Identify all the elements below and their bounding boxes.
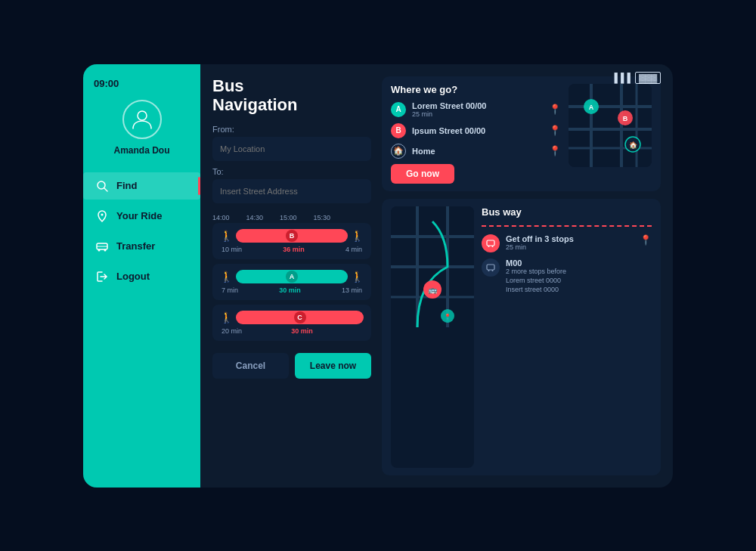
dest-name-b: Ipsum Street 00/00 xyxy=(412,126,543,135)
stop-sub-1: 25 min xyxy=(506,243,574,251)
status-bar: ▐▐▐ ▓▓▓ xyxy=(611,72,661,84)
svg-text:B: B xyxy=(623,115,628,122)
sidebar-logout-label: Logout xyxy=(116,271,150,282)
route-item-b: 🚶 B 🚶 10 min 36 min 4 min xyxy=(212,223,371,259)
busway-right: Bus way Get off in 3 stops 25 min 📍 xyxy=(482,206,652,468)
go-now-button[interactable]: Go now xyxy=(391,164,454,184)
route-dashed-line xyxy=(482,225,652,227)
to-label: To: xyxy=(212,167,371,176)
time-label-1530: 15:30 xyxy=(314,214,331,221)
svg-point-3 xyxy=(101,213,104,215)
stop-info-1: Get off in 3 stops 25 min xyxy=(506,234,574,251)
walk-icon-a-before: 🚶 xyxy=(220,271,233,283)
stop-title-1: Get off in 3 stops xyxy=(506,234,574,243)
pin-icon-a: 📍 xyxy=(549,104,561,115)
from-label: From: xyxy=(212,125,371,134)
sidebar-item-your-ride[interactable]: Your Ride xyxy=(83,203,200,230)
sidebar-nav: Find Your Ride Transfer Logout xyxy=(83,172,200,290)
right-panel: Where we go? A Lorem Street 00/00 25 min… xyxy=(382,76,661,475)
svg-rect-31 xyxy=(487,240,494,246)
leave-now-button[interactable]: Leave now xyxy=(295,353,371,379)
where-panel: Where we go? A Lorem Street 00/00 25 min… xyxy=(382,76,661,191)
walk-icon-a-after: 🚶 xyxy=(351,271,364,283)
sidebar-find-label: Find xyxy=(116,180,137,191)
sidebar-item-transfer[interactable]: Transfer xyxy=(83,233,200,260)
svg-point-32 xyxy=(488,246,490,247)
svg-text:A: A xyxy=(589,104,594,111)
page-title: Bus Navigation xyxy=(212,76,371,115)
avatar xyxy=(122,100,162,139)
route-bar-b: B xyxy=(236,229,348,243)
route-b-after: 4 min xyxy=(345,246,362,253)
time-label-1400: 14:00 xyxy=(212,214,230,221)
bottom-buttons: Cancel Leave now xyxy=(212,353,371,379)
route-item-c: 🚶 C 20 min 30 min xyxy=(212,305,371,341)
to-input[interactable] xyxy=(212,179,371,203)
stop-pin-1: 📍 xyxy=(640,234,652,246)
stop-info-2: M00 2 more stops before Lorem street 000… xyxy=(506,258,566,293)
svg-rect-34 xyxy=(487,265,494,270)
dest-badge-a: A xyxy=(391,102,406,117)
stop-sub-2: 2 more stops before xyxy=(506,268,566,275)
stop-item-2: M00 2 more stops before Lorem street 000… xyxy=(482,258,652,293)
route-badge-a: A xyxy=(286,271,298,283)
where-title: Where we go? xyxy=(391,84,561,95)
sidebar-ride-label: Your Ride xyxy=(116,210,162,221)
dest-text-a: Lorem Street 00/00 25 min xyxy=(412,101,543,118)
mini-map-where: A B 🏠 xyxy=(569,84,652,167)
walk-icon-c-before: 🚶 xyxy=(220,311,233,323)
route-bar-c: C xyxy=(236,311,364,324)
route-badge-b: B xyxy=(286,230,298,242)
svg-text:🏠: 🏠 xyxy=(629,141,638,150)
time-label-1500: 15:00 xyxy=(280,214,297,221)
stop-icon-2 xyxy=(482,258,500,277)
pin-icon-home: 📍 xyxy=(549,145,561,156)
svg-text:📍: 📍 xyxy=(444,313,451,320)
dest-sub-a: 25 min xyxy=(412,110,543,118)
walk-icon-b-after: 🚶 xyxy=(351,230,364,242)
sidebar: 09:00 Amanda Dou Find Your Ride Transfer xyxy=(83,64,200,488)
route-item-a: 🚶 A 🚶 7 min 30 min 13 min xyxy=(212,264,371,300)
sidebar-item-find[interactable]: Find xyxy=(83,172,200,200)
dest-text-home: Home xyxy=(412,147,543,156)
sidebar-time: 09:00 xyxy=(83,78,119,89)
route-badge-c: C xyxy=(294,311,306,323)
stop-icon-1 xyxy=(482,234,500,252)
route-b-before: 10 min xyxy=(222,246,242,253)
stop-detail-2a: Lorem street 0000 xyxy=(506,277,566,284)
route-c-before: 20 min xyxy=(222,327,242,335)
route-b-duration: 36 min xyxy=(283,246,305,253)
from-input[interactable] xyxy=(212,137,371,161)
sidebar-transfer-label: Transfer xyxy=(116,240,155,252)
left-panel: Bus Navigation From: To: 14:00 14:30 15:… xyxy=(212,76,371,475)
svg-point-6 xyxy=(104,249,107,251)
route-c-duration: 30 min xyxy=(291,327,313,335)
time-label-1430: 14:30 xyxy=(246,214,264,221)
dest-item-a: A Lorem Street 00/00 25 min 📍 xyxy=(391,101,561,118)
cancel-button[interactable]: Cancel xyxy=(212,353,289,379)
stop-item-1: Get off in 3 stops 25 min 📍 xyxy=(482,234,652,252)
dest-name-a: Lorem Street 00/00 xyxy=(412,101,543,110)
sidebar-username: Amanda Dou xyxy=(113,145,169,156)
dest-name-home: Home xyxy=(412,147,543,156)
battery-icon: ▓▓▓ xyxy=(635,72,661,84)
busway-map: 🚌 📍 xyxy=(391,206,474,468)
svg-text:🚌: 🚌 xyxy=(428,285,438,295)
main-content: ▐▐▐ ▓▓▓ Bus Navigation From: To: 14:00 1… xyxy=(200,64,673,488)
busway-title: Bus way xyxy=(482,206,652,218)
svg-point-5 xyxy=(98,249,101,251)
svg-point-35 xyxy=(488,270,490,271)
pin-icon-b: 📍 xyxy=(549,125,561,136)
svg-point-36 xyxy=(492,270,494,271)
route-a-after: 13 min xyxy=(342,286,362,294)
dest-item-b: B Ipsum Street 00/00 📍 xyxy=(391,123,561,138)
svg-point-0 xyxy=(138,111,147,120)
sidebar-item-logout[interactable]: Logout xyxy=(83,263,200,290)
svg-point-33 xyxy=(492,246,494,247)
stop-detail-2b: Insert street 0000 xyxy=(506,286,566,293)
busway-panel: 🚌 📍 Bus way Get o xyxy=(382,199,661,475)
dest-badge-b: B xyxy=(391,123,406,138)
route-a-duration: 30 min xyxy=(279,286,301,294)
walk-icon-b-before: 🚶 xyxy=(220,230,233,242)
stop-title-2: M00 xyxy=(506,258,566,268)
